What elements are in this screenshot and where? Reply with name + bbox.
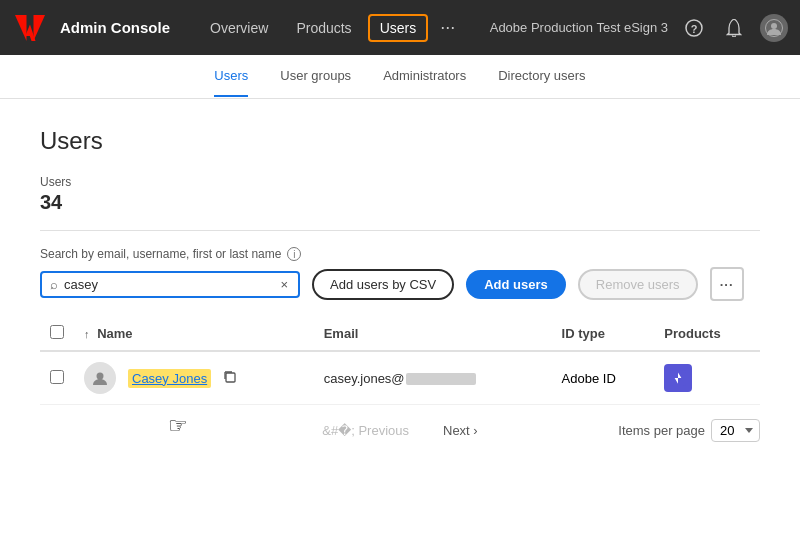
- search-clear-button[interactable]: ×: [278, 277, 290, 292]
- table-row: Casey Jones casey.jones@ Adobe ID: [40, 351, 760, 405]
- sort-asc-icon: ↑: [84, 328, 90, 340]
- more-actions-button[interactable]: ···: [710, 267, 744, 301]
- subnav-administrators[interactable]: Administrators: [383, 56, 466, 97]
- search-label: Search by email, username, first or last…: [40, 247, 760, 261]
- add-users-csv-button[interactable]: Add users by CSV: [312, 269, 454, 300]
- more-actions-icon: ···: [720, 277, 734, 292]
- svg-text:?: ?: [691, 22, 698, 34]
- id-type-column-header: ID type: [552, 317, 655, 351]
- main-content: Users Users 34 Search by email, username…: [0, 99, 800, 559]
- row-checkbox[interactable]: [50, 370, 64, 384]
- users-count-section: Users 34: [40, 175, 760, 214]
- products-column-header: Products: [654, 317, 760, 351]
- search-input-wrap: ⌕ ×: [40, 271, 300, 298]
- nav-right: Adobe Production Test eSign 3 ?: [490, 14, 788, 42]
- name-cell: Casey Jones: [74, 351, 314, 405]
- search-icon: ⌕: [50, 277, 58, 292]
- search-section: Search by email, username, first or last…: [40, 247, 760, 301]
- adobe-logo-icon[interactable]: [12, 10, 48, 46]
- subnav-user-groups[interactable]: User groups: [280, 56, 351, 97]
- remove-users-button: Remove users: [578, 269, 698, 300]
- page-title: Users: [40, 127, 760, 155]
- email-cell: casey.jones@: [314, 351, 552, 405]
- pagination-bar: &#�; Previous Next › Items per page 20 4…: [40, 405, 760, 448]
- top-nav: Admin Console Overview Products Users ··…: [0, 0, 800, 55]
- items-per-page-control: Items per page 20 40 60: [618, 419, 760, 442]
- copy-user-icon[interactable]: [223, 370, 237, 387]
- divider: [40, 230, 760, 231]
- select-all-col[interactable]: [40, 317, 74, 351]
- sub-nav: Users User groups Administrators Directo…: [0, 55, 800, 99]
- product-icon[interactable]: [664, 364, 692, 392]
- search-bar-row: ⌕ × Add users by CSV Add users Remove us…: [40, 267, 760, 301]
- subnav-users[interactable]: Users: [214, 56, 248, 97]
- select-all-checkbox[interactable]: [50, 325, 64, 339]
- items-per-page-label: Items per page: [618, 423, 705, 438]
- name-column-header[interactable]: ↑ Name: [74, 317, 314, 351]
- row-checkbox-cell[interactable]: [40, 351, 74, 405]
- next-button[interactable]: Next ›: [428, 417, 493, 444]
- nav-overview[interactable]: Overview: [198, 14, 280, 42]
- users-count-label: Users: [40, 175, 760, 189]
- nav-more-icon[interactable]: ···: [432, 13, 463, 42]
- search-input[interactable]: [64, 277, 278, 292]
- notifications-icon[interactable]: [720, 14, 748, 42]
- user-avatar-icon: [84, 362, 116, 394]
- svg-point-3: [771, 23, 777, 29]
- items-per-page-select[interactable]: 20 40 60: [711, 419, 760, 442]
- user-name-link[interactable]: Casey Jones: [128, 369, 211, 388]
- nav-products[interactable]: Products: [284, 14, 363, 42]
- table-header-row: ↑ Name Email ID type Products: [40, 317, 760, 351]
- svg-point-4: [97, 373, 104, 380]
- id-type-cell: Adobe ID: [552, 351, 655, 405]
- nav-users[interactable]: Users: [368, 14, 429, 42]
- subnav-directory-users[interactable]: Directory users: [498, 56, 585, 97]
- products-cell: [654, 351, 760, 405]
- svg-rect-5: [226, 373, 235, 382]
- users-count-number: 34: [40, 191, 760, 214]
- app-title: Admin Console: [60, 19, 170, 36]
- nav-links: Overview Products Users ···: [198, 13, 482, 42]
- search-info-icon[interactable]: i: [287, 247, 301, 261]
- help-icon[interactable]: ?: [680, 14, 708, 42]
- previous-button[interactable]: &#�; Previous: [307, 417, 424, 444]
- users-table: ↑ Name Email ID type Products: [40, 317, 760, 405]
- email-column-header: Email: [314, 317, 552, 351]
- add-users-button[interactable]: Add users: [466, 270, 566, 299]
- user-avatar[interactable]: [760, 14, 788, 42]
- org-name: Adobe Production Test eSign 3: [490, 20, 668, 35]
